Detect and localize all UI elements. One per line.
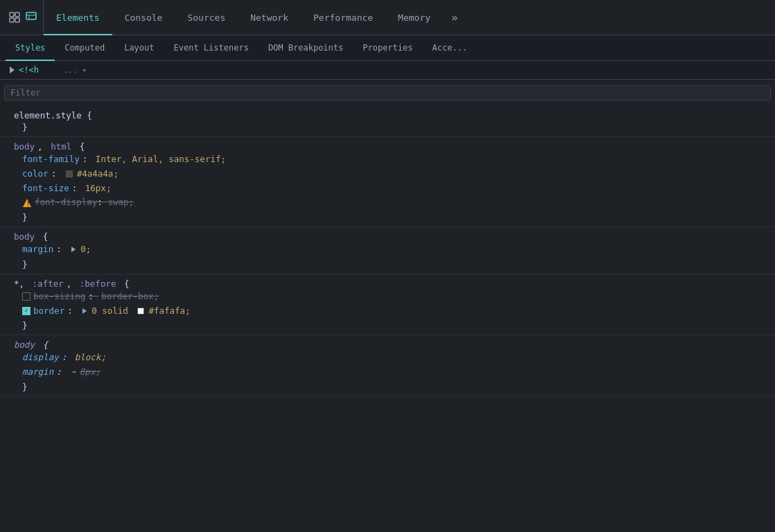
cursor-icon[interactable] [8, 11, 21, 24]
warning-icon: ! [22, 198, 32, 208]
rule-selector-element-style: element.style { [0, 109, 775, 121]
svg-rect-1 [15, 12, 19, 17]
prop-display: display: block; [22, 351, 769, 365]
subtab-dom-breakpoints[interactable]: DOM Breakpoints [259, 36, 353, 61]
css-panel: element.style { } body, html { font-fami… [0, 80, 775, 532]
rule-selector-body-margin: body { [0, 230, 775, 242]
more-tabs-button[interactable]: » [443, 0, 467, 35]
prop-font-display: ! font-display: swap; [22, 195, 769, 210]
rule-close-body-margin: } [0, 258, 775, 271]
rule-body-italic: body { display: block; margin: → 8px; } [0, 335, 775, 397]
color-swatch-4a4a4a[interactable] [66, 170, 73, 177]
rule-element-style: element.style { } [0, 106, 775, 137]
subtab-properties[interactable]: Properties [353, 36, 422, 61]
expand-row: <! <h [6, 64, 43, 76]
toolbar-icons [3, 0, 44, 35]
rule-body-body-html: font-family: Inter, Arial, sans-serif; c… [0, 152, 775, 211]
rule-body-body-italic: display: block; margin: → 8px; [0, 351, 775, 381]
prop-color: color: #4a4a4a; [22, 167, 769, 181]
css-rules: element.style { } body, html { font-fami… [0, 103, 775, 532]
subtab-styles[interactable]: Styles [6, 36, 55, 61]
prop-box-sizing: box-sizing: border-box; [22, 290, 769, 304]
rule-close-star-pseudo: } [0, 319, 775, 332]
svg-rect-0 [10, 12, 14, 17]
checkbox-box-sizing[interactable] [22, 292, 31, 301]
tab-memory[interactable]: Memory [385, 1, 443, 35]
checkbox-border[interactable] [22, 307, 31, 315]
prop-font-family: font-family: Inter, Arial, sans-serif; [22, 152, 769, 167]
rule-body-star-pseudo: box-sizing: border-box; border: 0 solid … [0, 290, 775, 320]
rule-star-pseudo: *, :after, :before { box-sizing: border-… [0, 274, 775, 336]
svg-rect-2 [10, 18, 14, 22]
rule-selector-body-italic: body { [0, 338, 775, 351]
tab-sources[interactable]: Sources [175, 1, 238, 35]
rule-body-margin: body { margin: 0; } [0, 227, 775, 274]
rule-close-body-italic: } [0, 381, 775, 393]
subtabs-bar: Styles Computed Layout Event Listeners D… [0, 35, 775, 61]
color-swatch-fafafa[interactable] [137, 308, 144, 314]
expand-border[interactable] [82, 308, 87, 314]
dots-menu[interactable]: ... ▾ [43, 66, 87, 75]
html-tag[interactable]: <! [15, 65, 28, 75]
expand-margin[interactable] [71, 247, 76, 252]
subtab-accessibility[interactable]: Acce... [423, 36, 478, 61]
element-picker-icon[interactable] [25, 11, 37, 24]
toolbar-tabs: Elements Console Sources Network Perform… [44, 0, 467, 35]
rule-body-html: body, html { font-family: Inter, Arial, … [0, 137, 775, 227]
subtab-layout[interactable]: Layout [114, 36, 164, 61]
tab-console[interactable]: Console [112, 1, 175, 35]
rule-close-body-html: } [0, 211, 775, 224]
html-tag2[interactable]: <h [28, 65, 38, 75]
tab-network[interactable]: Network [238, 1, 301, 35]
left-expand-arrow[interactable] [10, 66, 15, 73]
rule-close-element-style: } [0, 121, 775, 134]
main-toolbar: Elements Console Sources Network Perform… [0, 0, 775, 35]
right-arrow-icon: → [71, 366, 76, 378]
svg-rect-4 [26, 12, 36, 19]
filter-bar [4, 85, 771, 100]
rule-selector-body-html: body, html { [0, 140, 775, 152]
subtab-event-listeners[interactable]: Event Listeners [164, 36, 259, 61]
prop-margin-8px: margin: → 8px; [22, 365, 769, 380]
tab-elements[interactable]: Elements [44, 1, 112, 35]
prop-margin: margin: 0; [22, 242, 769, 257]
rule-selector-star-pseudo: *, :after, :before { [0, 277, 775, 290]
prop-border: border: 0 solid #fafafa; [22, 304, 769, 319]
svg-text:!: ! [26, 201, 30, 207]
rule-body-body-margin: margin: 0; [0, 242, 775, 258]
subtab-computed[interactable]: Computed [55, 36, 114, 61]
svg-rect-3 [15, 18, 19, 22]
tab-performance[interactable]: Performance [301, 1, 385, 35]
dom-breadcrumb: <! <h ... ▾ [0, 61, 775, 80]
prop-font-size: font-size: 16px; [22, 181, 769, 196]
filter-input[interactable] [10, 88, 765, 98]
